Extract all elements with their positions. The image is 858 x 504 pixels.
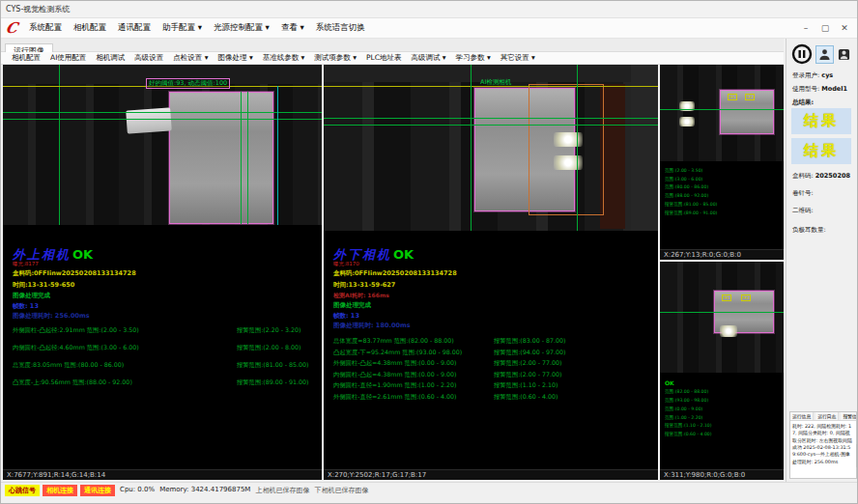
close-button[interactable]: ✕ (838, 23, 851, 33)
toolbar-item[interactable]: 基准线参数 ▾ (258, 53, 310, 63)
status-bar: 心跳信号相机连接通讯连接 Cpu: 0.0% Memory: 3424.4179… (1, 482, 858, 504)
value-box: 95 (728, 94, 737, 100)
window-controls: – ▢ ✕ (799, 23, 858, 33)
login-user-value: cys (821, 71, 833, 79)
app-window: CYS-视觉检测系统 C 系统配置相机配置通讯配置助手配置 ▾光源控制配置 ▾查… (0, 0, 858, 504)
measurement-value: 总宽度:83.05mm 范围:(80.00 - 86.00) (13, 361, 124, 368)
tab-highlight (554, 155, 583, 170)
alarm-range: 报警范围:(0.60 - 4.00) (494, 393, 558, 402)
status-badge: 通讯连接 (80, 485, 115, 496)
time-text: 时间:13-31-59-650 (13, 281, 74, 290)
login-user-button[interactable] (816, 46, 833, 63)
result-ok: OK (72, 247, 93, 262)
measure-line-text: 范围:(80.00 - 86.00) (665, 183, 717, 192)
minimize-button[interactable]: – (799, 23, 813, 33)
frame-count-text: 帧数: 13 (13, 302, 39, 311)
alarm-range: 报警范围:(94.00 - 97.00) (494, 349, 566, 357)
camera-view-lower[interactable]: AI检测相机 外下相机OK 曝光:8170 盒料码:0FFIinw2025020… (324, 65, 658, 480)
login-user-label: 登录用户: (792, 71, 819, 79)
info-tab[interactable]: 运行日志 (815, 412, 839, 420)
measurement-value: 总体宽度=83.77mm 范围:(82.00 - 88.00) (333, 337, 454, 344)
camera-view-side-bottom[interactable]: 95 93 OK 范围:(82.00 - 88.00)范围:(93.00 - 9… (660, 262, 784, 480)
exposure-text: 曝光:8177 (13, 261, 39, 267)
camera-view-upper[interactable]: 好的阈值:93, 动态阈值:100 外上相机OK 曝光:8177 盒料码:0FF… (3, 65, 322, 480)
result-box-1: 结果 (791, 108, 851, 134)
measure-line-text: 范围:(82.00 - 88.00) (665, 388, 712, 397)
exposure-text: 曝光:8170 (333, 261, 359, 267)
maximize-button[interactable]: ▢ (818, 23, 832, 33)
toolbar-item[interactable]: 高级调试 ▾ (406, 53, 450, 63)
value-box: 95 (722, 294, 731, 301)
menu-item[interactable]: 系统语言切换 (311, 19, 370, 37)
toolbar-item[interactable]: 高级设置 (129, 53, 168, 63)
camera-title: 外上相机OK (13, 247, 93, 262)
toolbar-item[interactable]: 其它设置 ▾ (496, 53, 540, 63)
info-tab[interactable]: 报警信息 (841, 412, 857, 420)
toolbar-item[interactable]: 相机配置 (7, 53, 45, 63)
measurement-value: 凸起宽度-下=95.24mm 范围:(93.00 - 98.00) (333, 349, 462, 355)
menu-item[interactable]: 相机配置 (69, 19, 111, 37)
measure-line-text: 范围:(88.00 - 92.00) (665, 192, 717, 201)
measurement-value: 外侧圆柱-凸起=4.38mm 范围:(0.00 - 9.00) (333, 359, 457, 366)
measurement-row: 外侧圆柱-凸起=4.38mm 范围:(0.00 - 9.00) 报警范围:(2.… (333, 359, 457, 368)
user-manage-button[interactable] (836, 46, 852, 63)
toolbar-item[interactable]: AI使用配置 (45, 53, 91, 63)
menu-item[interactable]: 光源控制配置 ▾ (209, 19, 274, 37)
total-result-label: 总结果: (792, 98, 814, 107)
barcode-text: 盒料码:0FFIinw20250208133134728 (333, 269, 457, 278)
model-label: 使用型号: (792, 85, 819, 93)
alarm-range: 报警范围:(2.00 - 77.00) (494, 371, 562, 379)
camera-image-side-bottom: 95 93 (660, 262, 784, 373)
process-time-text: 图像处理耗时: 256.00ms (13, 312, 90, 321)
toolbar-item[interactable]: 图像处理 ▾ (214, 53, 258, 63)
toolbar-item[interactable]: 点检设置 ▾ (168, 53, 213, 63)
menu-item[interactable]: 系统配置 (24, 19, 67, 37)
toolbar-item[interactable]: 学习参数 ▾ (451, 53, 496, 63)
model-value: Model1 (821, 85, 847, 93)
measure-line-text: 报警范围:(0.60 - 4.00) (665, 431, 712, 439)
user-login-icon (818, 48, 831, 61)
toolbar-item[interactable]: 相机调试 (91, 53, 129, 63)
tab-highlight (720, 325, 737, 337)
side-measure-text: 范围:(2.00 - 3.50)范围:(3.00 - 6.00)范围:(80.0… (665, 167, 717, 217)
measure-line (660, 109, 784, 110)
camera-view-side-top[interactable]: 95 93 范围:(2.00 - 3.50)范围:(3.00 - 6.00)范围… (660, 65, 784, 260)
app-logo-icon: C (4, 19, 19, 37)
measurement-row: 凸起宽度-下=95.24mm 范围:(93.00 - 98.00) 报警范围:(… (333, 349, 462, 357)
ai-time-text: 检测AI耗时: 166ms (333, 292, 389, 300)
alarm-range: 报警范围:(81.00 - 85.00) (237, 361, 309, 370)
measurement-value: 外侧圆柱-直径=2.61mm 范围:(0.60 - 4.00) (333, 393, 457, 400)
measurement-row: 总宽度:83.05mm 范围:(80.00 - 86.00) 报警范围:(81.… (13, 361, 124, 370)
toolbar: 相机配置AI使用配置相机调试高级设置点检设置 ▾图像处理 ▾基准线参数 ▾测试项… (1, 52, 784, 65)
toolbar-item[interactable]: PLC地址表 (361, 53, 406, 63)
menu-item[interactable]: 查看 ▾ (276, 19, 309, 37)
camera-image-lower: AI检测相机 (324, 65, 658, 231)
measurement-value: 内侧圆柱-直径=1.90mm 范围:(1.00 - 2.20) (333, 381, 457, 388)
threshold-label: 好的阈值:93, 动态阈值:100 (146, 78, 230, 89)
saved-top-text: 上相机已保存图像 (255, 485, 309, 495)
menu-item[interactable]: 通讯配置 (113, 19, 156, 37)
toolbar-item[interactable]: 测试项参数 ▾ (309, 53, 361, 63)
barcode-text: 盒料码:0FFIinw20250208133134728 (13, 269, 136, 278)
measurement-row: 外侧圆柱-凸起径:2.91mm 范围:(2.00 - 3.50) 报警范围:(2… (13, 326, 139, 335)
measure-line-text: 报警范围:(81.00 - 85.00) (665, 201, 717, 210)
control-panel: 登录用户: cys 使用型号: Model1 总结果: 结果 结果 盒料码: 2… (786, 39, 858, 482)
log-text: 耗时: 222, 间隔检测耗时: 17, 间隔分类耗时: 0, 间隔视取分区耗时… (790, 421, 856, 467)
tab-highlight (554, 132, 583, 147)
measurement-row: 总体宽度=83.77mm 范围:(82.00 - 88.00) 报警范围:(83… (333, 337, 454, 346)
menubar: C 系统配置相机配置通讯配置助手配置 ▾光源控制配置 ▾查看 ▾系统语言切换 –… (1, 18, 858, 39)
measure-line (324, 125, 658, 126)
menu-item[interactable]: 助手配置 ▾ (157, 19, 207, 37)
measure-line-text: 范围:(2.00 - 3.50) (665, 167, 717, 176)
info-log-box[interactable]: 运行信息运行日志报警信息 耗时: 222, 间隔检测耗时: 17, 间隔分类耗时… (789, 411, 857, 479)
pause-button[interactable] (790, 42, 814, 66)
result-ok: OK (665, 378, 712, 388)
cursor-coords: X:311;Y:980;R:0;G:0;B:0 (660, 469, 784, 480)
cpu-usage: Cpu: 0.0% (120, 485, 155, 493)
measurement-row: 外侧圆柱-直径=2.61mm 范围:(0.60 - 4.00) 报警范围:(0.… (333, 393, 457, 402)
camera-image-side-top: 95 93 (660, 65, 784, 161)
tab-bar: 运行图像 (1, 39, 784, 52)
info-tab[interactable]: 运行信息 (790, 412, 814, 420)
measurement-value: 凸宽度-上:90.56mm 范围:(88.00 - 92.00) (13, 378, 132, 385)
result-ok: OK (393, 247, 414, 262)
